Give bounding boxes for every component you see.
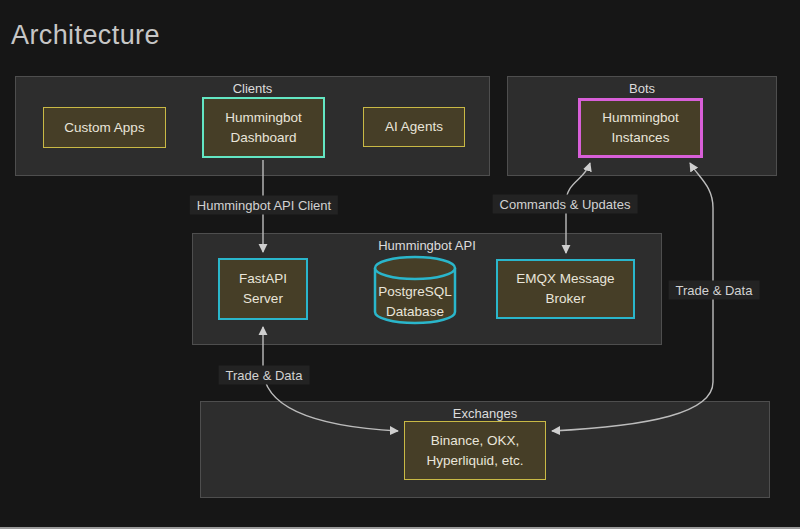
node-ai-agents: AI Agents bbox=[363, 107, 465, 147]
node-emqx-message-broker: EMQX Message Broker bbox=[496, 259, 635, 319]
edge-label-trade-data-right: Trade & Data bbox=[669, 281, 760, 300]
edge-label-hummingbot-api-client: Hummingbot API Client bbox=[190, 196, 338, 215]
node-label: Hummingbot Instances bbox=[587, 108, 694, 148]
node-label: Hummingbot Dashboard bbox=[210, 108, 317, 148]
node-label: AI Agents bbox=[385, 117, 443, 137]
node-exchange-list: Binance, OKX, Hyperliquid, etc. bbox=[404, 421, 546, 480]
node-fastapi-server: FastAPI Server bbox=[218, 258, 308, 320]
architecture-diagram: Architecture Clients Bots Hummingbot API… bbox=[0, 0, 800, 529]
node-label: PostgreSQL Database bbox=[373, 255, 457, 322]
node-label: Custom Apps bbox=[64, 118, 144, 138]
node-label: Binance, OKX, Hyperliquid, etc. bbox=[411, 431, 539, 471]
group-label-hummingbot-api: Hummingbot API bbox=[193, 238, 661, 253]
group-label-clients: Clients bbox=[16, 81, 489, 96]
group-label-bots: Bots bbox=[508, 81, 776, 96]
edge-label-commands-updates: Commands & Updates bbox=[493, 195, 638, 214]
edge-label-trade-data-left: Trade & Data bbox=[219, 366, 310, 385]
node-hummingbot-dashboard: Hummingbot Dashboard bbox=[202, 97, 325, 158]
node-label: FastAPI Server bbox=[226, 269, 300, 309]
group-label-exchanges: Exchanges bbox=[201, 406, 769, 421]
page-title: Architecture bbox=[11, 20, 160, 51]
node-hummingbot-instances: Hummingbot Instances bbox=[578, 98, 703, 158]
node-label: EMQX Message Broker bbox=[504, 269, 627, 309]
node-postgresql-database: PostgreSQL Database bbox=[373, 255, 457, 327]
node-custom-apps: Custom Apps bbox=[43, 107, 166, 148]
